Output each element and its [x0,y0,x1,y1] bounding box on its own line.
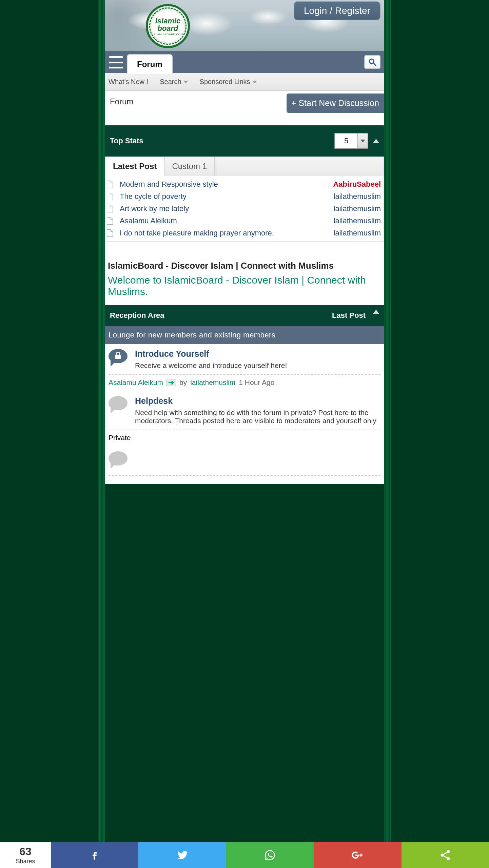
menu-icon[interactable] [109,56,123,68]
file-icon [107,193,113,200]
tab-custom-1[interactable]: Custom 1 [164,157,215,176]
section-name-link[interactable]: Reception Area [110,311,164,320]
topstats-header: Top Stats 5 [105,125,384,157]
forum-icon [109,451,130,470]
section-header: Reception Area Last Post [105,305,384,326]
collapse-icon[interactable] [373,139,379,143]
forum-lock-icon [109,349,128,363]
topstats-count-select[interactable]: 5 [334,133,368,149]
collapse-icon[interactable] [373,310,379,314]
topstats-title: Top Stats [110,137,143,145]
file-icon [107,181,113,188]
chevron-down-icon [252,81,257,83]
sub-navbar: What's New ! Search Sponsored Links [105,73,384,91]
forum-private-label: Private [109,434,131,442]
start-new-discussion-button[interactable]: + Start New Discussion [287,94,384,113]
logo-line2: board [157,24,178,33]
forum-last-meta: Asalamu Aleikum➔bylailathemuslim1 Hour A… [109,374,380,391]
subnav-sponsored-label: Sponsored Links [200,78,250,86]
search-button[interactable] [364,55,380,69]
section-lastpost-label: Last Post [332,311,366,320]
subnav-search[interactable]: Search [160,78,188,86]
forum-icon [109,349,130,368]
main-navbar: Forum [105,51,384,73]
topstats-row: The cycle of povertylailathemuslim [107,190,381,203]
logo-sub: ISLAMICBOARD.COM [153,33,183,36]
forum-last-thread-link[interactable]: Asalamu Aleikum [109,378,163,387]
subnav-whatsnew[interactable]: What's New ! [109,78,148,86]
topstats-user-link[interactable]: lailathemuslim [334,204,381,213]
topstats-thread-link[interactable]: Modern and Responsive style [120,180,333,189]
topstats-row: Modern and Responsive styleAabiruSabeel [107,178,381,190]
topstats-user-link[interactable]: lailathemuslim [334,192,381,201]
forum-item [105,447,384,484]
forum-bubble-icon [109,396,128,410]
topstats-tabs: Latest Post Custom 1 [105,157,384,176]
topstats-row: I do not take pleasure making prayer any… [107,227,381,239]
forum-last-meta: Private [109,430,380,447]
board-title: IslamicBoard - Discover Islam | Connect … [108,261,381,271]
forum-description: Receive a welcome and introduce yourself… [135,361,380,370]
topstats-user-link[interactable]: lailathemuslim [334,229,381,237]
goto-last-icon[interactable]: ➔ [167,379,176,386]
topstats-count-value: 5 [335,137,357,145]
by-label: by [179,378,187,387]
chevron-down-icon[interactable] [357,133,368,148]
topstats-thread-link[interactable]: The cycle of poverty [120,192,334,201]
svg-rect-2 [115,355,121,359]
svg-line-1 [373,63,376,66]
site-logo[interactable]: Islamic board ISLAMICBOARD.COM [146,4,190,48]
forum-bubble-icon [109,451,128,466]
topstats-thread-link[interactable]: Art work by me lately [120,204,334,213]
login-register-button[interactable]: Login / Register [294,1,380,20]
site-header: Islamic board ISLAMICBOARD.COM Login / R… [105,0,384,51]
subnav-search-label: Search [160,78,181,86]
file-icon [107,205,113,212]
logo-line1: Islamic [155,17,181,25]
file-icon [107,217,113,225]
forum-last-user-link[interactable]: lailathemuslim [190,378,235,387]
topstats-user-link[interactable]: AabiruSabeel [333,180,381,189]
forum-item: HelpdeskNeed help with something to do w… [105,391,384,447]
topstats-thread-link[interactable]: Asalamu Aleikum [120,216,334,225]
topstats-thread-link[interactable]: I do not take pleasure making prayer any… [120,229,334,237]
side-stripe-right [384,0,391,518]
topstats-user-link[interactable]: lailathemuslim [334,216,381,225]
forum-last-meta [109,475,380,484]
forum-description: Need help with something to do with the … [135,409,380,425]
board-welcome-link[interactable]: Welcome to IslamicBoard - Discover Islam… [108,274,381,297]
tab-forum[interactable]: Forum [127,54,173,74]
forum-icon [109,396,130,415]
forum-last-time: 1 Hour Ago [239,378,274,387]
forum-title-link[interactable]: Helpdesk [135,396,380,406]
topstats-row: Asalamu Aleikumlailathemuslim [107,215,381,227]
subnav-sponsored[interactable]: Sponsored Links [200,78,257,86]
tab-latest-post[interactable]: Latest Post [105,157,164,176]
breadcrumb-bar: Forum + Start New Discussion [105,91,384,125]
breadcrumb[interactable]: Forum [110,97,133,106]
file-icon [107,229,113,237]
topstats-panel: Latest Post Custom 1 Modern and Responsi… [105,157,384,242]
search-icon [368,58,377,66]
section-subtitle: Lounge for new members and existing memb… [105,326,384,344]
topstats-list: Modern and Responsive styleAabiruSabeelT… [105,176,384,241]
forum-list: Introduce YourselfReceive a welcome and … [105,344,384,484]
board-intro: IslamicBoard - Discover Islam | Connect … [105,242,384,305]
topstats-row: Art work by me latelylailathemuslim [107,203,381,215]
forum-item: Introduce YourselfReceive a welcome and … [105,344,384,391]
side-stripe-left [98,0,105,518]
svg-point-0 [369,59,374,63]
chevron-down-icon [183,81,188,83]
forum-title-link[interactable]: Introduce Yourself [135,349,380,359]
subnav-whatsnew-label: What's New ! [109,78,148,86]
